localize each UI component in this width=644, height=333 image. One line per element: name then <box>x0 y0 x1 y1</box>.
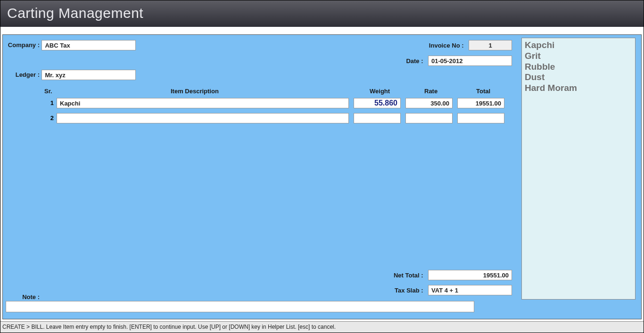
date-label: Date : <box>381 57 423 65</box>
company-row: Company : <box>6 40 136 50</box>
col-weight: Weight <box>370 88 390 95</box>
invoice-row: Invoice No : <box>421 40 512 50</box>
col-total: Total <box>476 88 490 95</box>
row-desc-input[interactable] <box>57 98 349 108</box>
row-desc-input[interactable] <box>57 113 349 123</box>
col-rate: Rate <box>424 88 438 95</box>
row-total-input[interactable] <box>457 113 504 123</box>
helper-item[interactable]: Hard Moram <box>525 83 632 94</box>
note-label: Note : <box>6 293 40 301</box>
form-pane: Company : Ledger : Invoice No : Date : S… <box>3 35 516 319</box>
row-rate-input[interactable] <box>405 98 453 108</box>
title-bar: Carting Management <box>0 0 644 27</box>
row-total-input[interactable] <box>457 98 504 108</box>
helper-list[interactable]: Kapchi Grit Rubble Dust Hard Moram <box>521 38 636 300</box>
company-input[interactable] <box>41 40 136 50</box>
invoice-label: Invoice No : <box>421 42 464 49</box>
row-rate-input[interactable] <box>405 113 453 123</box>
table-row: 2 <box>42 113 512 124</box>
row-weight-input[interactable] <box>354 113 401 123</box>
note-input[interactable] <box>6 301 474 312</box>
main-area: Company : Ledger : Invoice No : Date : S… <box>2 34 642 319</box>
date-row: Date : <box>381 56 512 66</box>
nettotal-field <box>428 270 512 280</box>
col-desc: Item Description <box>171 88 219 95</box>
row-weight-input[interactable] <box>354 98 401 108</box>
helper-item[interactable]: Dust <box>525 72 632 83</box>
status-text: CREATE > BILL. Leave Item entry empty to… <box>2 324 336 330</box>
app-title: Carting Management <box>7 5 143 21</box>
nettotal-label: Net Total : <box>381 272 423 279</box>
table-row: 1 <box>42 98 512 109</box>
company-label: Company : <box>6 41 40 49</box>
note-row: Note : <box>6 292 512 312</box>
helper-item[interactable]: Rubble <box>525 62 632 73</box>
row-sr: 2 <box>44 114 54 122</box>
helper-item[interactable]: Kapchi <box>525 40 632 51</box>
nettotal-row: Net Total : <box>381 270 512 280</box>
helper-item[interactable]: Grit <box>525 51 632 62</box>
date-input[interactable] <box>428 56 512 66</box>
col-sr: Sr. <box>44 88 52 95</box>
status-bar: CREATE > BILL. Leave Item entry empty to… <box>0 321 644 333</box>
row-sr: 1 <box>44 99 54 106</box>
ledger-input[interactable] <box>41 70 136 80</box>
ledger-row: Ledger : <box>6 70 136 80</box>
table-header: Sr. Item Description Weight Rate Total <box>42 88 512 96</box>
ledger-label: Ledger : <box>6 71 40 78</box>
invoice-field <box>469 40 512 50</box>
